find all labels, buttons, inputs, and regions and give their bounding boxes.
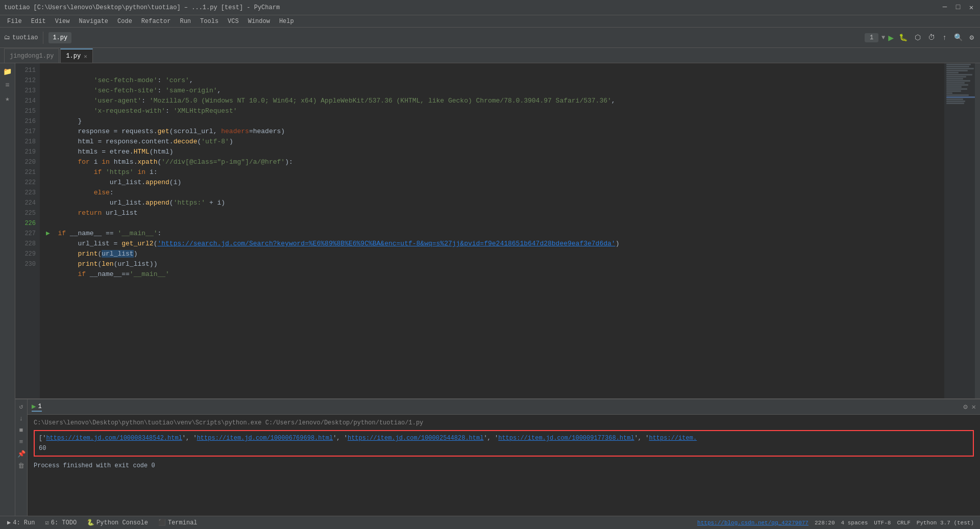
toolbar-right: 1 ▼ ▶ 🐛 ⬡ ⏱ ↑ 🔍 ⚙ xyxy=(865,32,976,43)
main-content: 📁 ≡ ★ 211 212 213 214 215 216 217 218 21… xyxy=(0,63,980,516)
encoding-status[interactable]: UTF-8 xyxy=(872,520,893,526)
run-bottom-label: 4: Run xyxy=(13,519,35,526)
run-panel-header: ▶ 1 ⚙ ✕ xyxy=(28,399,980,415)
line-numbers: 211 212 213 214 215 216 217 218 219 220 … xyxy=(15,63,40,398)
menu-run[interactable]: Run xyxy=(176,17,195,26)
minimize-button[interactable]: ─ xyxy=(940,3,949,12)
line-sep-status[interactable]: CRLF xyxy=(895,520,912,526)
close-run-icon[interactable]: ✕ xyxy=(972,402,976,411)
bottom-tabs-bar: ▶ 4: Run ☑ 6: TODO 🐍 Python Console ⬛ Te… xyxy=(0,516,980,529)
menu-tools[interactable]: Tools xyxy=(196,17,223,26)
status-right: https://blog.csdn.net/qq_42279077 228:20… xyxy=(695,520,976,526)
menu-help[interactable]: Help xyxy=(275,17,298,26)
structure-icon[interactable]: ≡ xyxy=(3,79,11,91)
run-tab-label: 1 xyxy=(38,403,41,410)
toolbar-file-tab[interactable]: 1.py xyxy=(48,32,71,43)
output-count: 60 xyxy=(39,443,969,454)
run-tab-icon: ▶ xyxy=(32,402,36,411)
tab-jingdong1-label: jingdong1.py xyxy=(10,53,54,60)
minimap xyxy=(944,63,975,398)
right-scrollbar[interactable] xyxy=(975,63,980,398)
run-bottom-icon: ▶ xyxy=(7,519,11,526)
bottom-panel: ↺ ↓ ■ ≡ 📌 🗑 ▶ 1 ⚙ ✕ xyxy=(15,398,980,516)
menu-bar: File Edit View Navigate Code Refactor Ru… xyxy=(0,15,980,28)
stop-icon[interactable]: ■ xyxy=(19,426,23,434)
config-dropdown[interactable]: ▼ xyxy=(881,34,885,41)
project-name: 🗂 tuotiao xyxy=(4,34,38,41)
run-panel-inner: ▶ 1 ⚙ ✕ C:\Users\lenovo\Desktop\python\t… xyxy=(28,399,980,516)
todo-bottom-tab[interactable]: ☑ 6: TODO xyxy=(42,518,80,527)
project-folder-icon: 🗂 xyxy=(4,34,10,41)
output-box: ['https://item.jd.com/100008348542.html'… xyxy=(34,430,974,457)
title-text: tuotiao [C:\Users\lenovo\Desktop\python\… xyxy=(4,4,280,11)
clear-icon[interactable]: 🗑 xyxy=(18,462,24,470)
close-button[interactable]: ✕ xyxy=(967,3,976,12)
search-icon[interactable]: 🔍 xyxy=(952,32,965,43)
run-panel-controls: ⚙ ✕ xyxy=(963,402,976,411)
run-tab-active[interactable]: ▶ 1 xyxy=(32,402,42,412)
run-bottom-tab[interactable]: ▶ 4: Run xyxy=(4,518,38,527)
title-controls: ─ □ ✕ xyxy=(940,3,976,12)
url1[interactable]: https://item.jd.com/100008348542.html xyxy=(46,435,182,442)
terminal-icon: ⬛ xyxy=(158,519,166,526)
vcs-button[interactable]: ↑ xyxy=(940,33,948,43)
settings-run-icon[interactable]: ⚙ xyxy=(963,402,967,411)
scroll-down-icon[interactable]: ↓ xyxy=(19,415,23,422)
todo-bottom-label: 6: TODO xyxy=(51,519,77,526)
project-label: tuotiao xyxy=(12,34,38,41)
menu-refactor[interactable]: Refactor xyxy=(137,17,175,26)
external-link[interactable]: https://blog.csdn.net/qq_42279077 xyxy=(695,520,811,526)
menu-view[interactable]: View xyxy=(51,17,74,26)
tab-1py-label: 1.py xyxy=(66,53,81,60)
run-content: C:\Users\lenovo\Desktop\python\tuotiao\v… xyxy=(28,415,980,516)
rerun-icon[interactable]: ↺ xyxy=(19,402,23,411)
coverage-button[interactable]: ⬡ xyxy=(913,32,923,43)
todo-bottom-icon: ☑ xyxy=(45,519,48,526)
toolbar-separator xyxy=(43,32,43,44)
python-console-tab[interactable]: 🐍 Python Console xyxy=(84,518,151,527)
filter-icon[interactable]: ≡ xyxy=(19,438,23,446)
url4[interactable]: https://item.jd.com/100009177368.html xyxy=(498,435,634,442)
editor-area: 211 212 213 214 215 216 217 218 219 220 … xyxy=(15,63,980,516)
project-icon[interactable]: 📁 xyxy=(1,65,14,78)
run-button[interactable]: ▶ xyxy=(888,32,894,43)
menu-edit[interactable]: Edit xyxy=(27,17,50,26)
title-bar: tuotiao [C:\Users\lenovo\Desktop\python\… xyxy=(0,0,980,15)
code-editor[interactable]: 'sec-fetch-mode': 'cors', 'sec-fetch-sit… xyxy=(40,63,944,398)
tab-1py[interactable]: 1.py ✕ xyxy=(60,48,92,63)
terminal-tab[interactable]: ⬛ Terminal xyxy=(155,518,201,527)
menu-file[interactable]: File xyxy=(3,17,26,26)
left-side-panel: 📁 ≡ ★ xyxy=(0,63,15,516)
output-urls-line: ['https://item.jd.com/100008348542.html'… xyxy=(39,433,969,443)
menu-vcs[interactable]: VCS xyxy=(224,17,243,26)
profile-button[interactable]: ⏱ xyxy=(926,33,937,43)
settings-icon[interactable]: ⚙ xyxy=(968,32,976,43)
run-command: C:\Users\lenovo\Desktop\python\tuotiao\v… xyxy=(34,418,974,428)
tab-bar: jingdong1.py 1.py ✕ xyxy=(0,48,980,63)
python-console-icon: 🐍 xyxy=(87,519,94,526)
favorites-icon[interactable]: ★ xyxy=(3,92,11,105)
tab-1py-close[interactable]: ✕ xyxy=(84,53,87,60)
terminal-label: Terminal xyxy=(168,519,198,526)
url2[interactable]: https://item.jd.com/100006769698.html xyxy=(197,435,333,442)
line-col-status[interactable]: 228:20 xyxy=(813,520,837,526)
run-config-label: 1 xyxy=(865,33,878,42)
maximize-button[interactable]: □ xyxy=(953,3,963,12)
pin-icon[interactable]: 📌 xyxy=(17,450,26,458)
menu-window[interactable]: Window xyxy=(244,17,274,26)
menu-navigate[interactable]: Navigate xyxy=(75,17,112,26)
url3[interactable]: https://item.jd.com/100002544828.html xyxy=(348,435,483,442)
code-container: 211 212 213 214 215 216 217 218 219 220 … xyxy=(15,63,980,398)
link-text: https://blog.csdn.net/qq_42279077 xyxy=(697,520,808,526)
toolbar: 🗂 tuotiao 1.py 1 ▼ ▶ 🐛 ⬡ ⏱ ↑ 🔍 ⚙ xyxy=(0,28,980,48)
url5[interactable]: https://item. xyxy=(649,435,697,442)
debug-button[interactable]: 🐛 xyxy=(897,32,910,43)
run-side-icons: ↺ ↓ ■ ≡ 📌 🗑 xyxy=(15,399,28,516)
menu-code[interactable]: Code xyxy=(113,17,136,26)
python-console-label: Python Console xyxy=(96,519,148,526)
python-version-status[interactable]: Python 3.7 (test) xyxy=(915,520,976,526)
tab-jingdong1[interactable]: jingdong1.py xyxy=(4,48,59,63)
spaces-status[interactable]: 4 spaces xyxy=(839,520,870,526)
process-finish-text: Process finished with exit code 0 xyxy=(34,461,974,471)
